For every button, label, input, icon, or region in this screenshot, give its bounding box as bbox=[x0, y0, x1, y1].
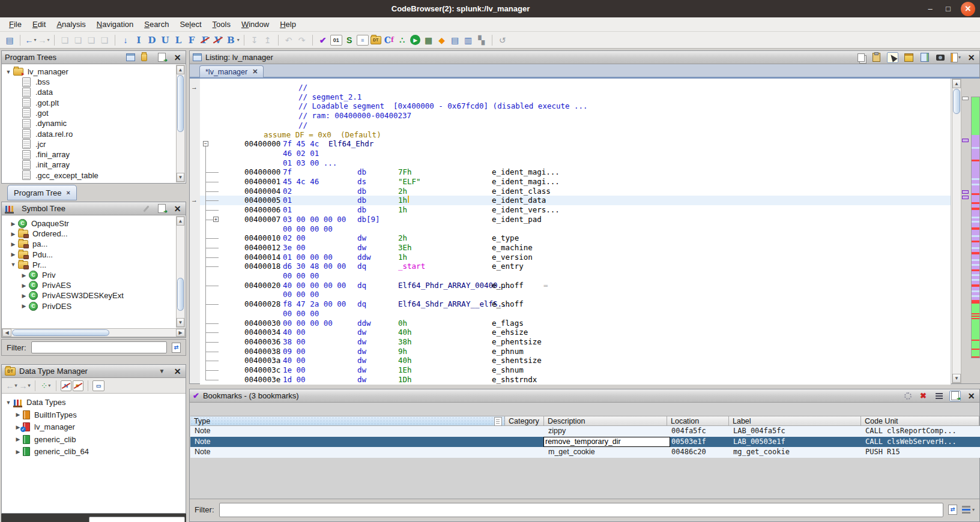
listing-line[interactable]: 00 00 00 bbox=[200, 271, 951, 281]
close-icon[interactable]: ✕ bbox=[172, 367, 183, 376]
listing-line[interactable]: 0040003a40 00dw40he_shentsize bbox=[200, 356, 951, 365]
dtm-collapse-all-icon[interactable]: ▭ bbox=[92, 380, 104, 391]
column-header-location[interactable]: Location bbox=[667, 416, 729, 426]
listing-titlebar[interactable]: Listing: lv_manager ▾✕ bbox=[190, 51, 979, 64]
symbol-item[interactable]: ▶CPrivDES bbox=[21, 301, 71, 311]
tree-item[interactable]: .data bbox=[22, 87, 53, 97]
tree-item[interactable]: .data.rel.ro bbox=[22, 129, 73, 139]
datatype-item[interactable]: ▼Data Types bbox=[5, 397, 66, 407]
close-icon[interactable]: ✕ bbox=[172, 204, 183, 214]
symbol-item[interactable]: ▶CPrivAESW3DESKeyExt bbox=[21, 290, 124, 301]
listing-line[interactable]: // bbox=[200, 121, 951, 130]
expand-icon[interactable]: ▶ bbox=[21, 303, 27, 309]
clear-variable-letter-icon[interactable]: V bbox=[212, 34, 224, 47]
undefine-letter-icon[interactable]: U bbox=[159, 34, 171, 47]
menu-analysis[interactable]: Analysis bbox=[51, 19, 91, 30]
tree-item[interactable]: .bss bbox=[22, 77, 50, 87]
tree-item-root[interactable]: ▼lv_manager bbox=[5, 67, 68, 77]
bytes-view-icon[interactable]: 01 bbox=[330, 35, 342, 46]
listing-line[interactable]: 0040000145 4c 46ds"ELF"e_ident_magi... bbox=[200, 177, 951, 187]
memory-map-icon[interactable]: ▦ bbox=[423, 34, 435, 47]
data-type-folder-icon[interactable]: DT bbox=[370, 34, 382, 47]
close-icon[interactable]: ✕ bbox=[172, 53, 183, 62]
paste-icon[interactable] bbox=[871, 53, 882, 62]
close-icon[interactable]: ✕ bbox=[961, 2, 975, 16]
dtm-forward-icon[interactable]: →▾ bbox=[19, 379, 31, 392]
expand-icon[interactable]: ▶ bbox=[10, 221, 16, 227]
program-tree-scrollbar[interactable]: ▲ ▼ bbox=[176, 65, 185, 182]
symbol-item[interactable]: ▶COpaqueStr bbox=[10, 218, 69, 229]
tree-item[interactable]: .dynamic bbox=[22, 118, 67, 128]
list-icon[interactable] bbox=[934, 391, 944, 401]
tree-item[interactable]: .got.plt bbox=[22, 98, 59, 108]
listing-line[interactable]: // segment_2.1 bbox=[200, 92, 951, 102]
listing-line[interactable]: // bbox=[200, 83, 951, 92]
listing-line[interactable]: assume DF = 0x0 (Default) bbox=[200, 130, 951, 140]
close-icon[interactable]: ✕ bbox=[966, 53, 976, 62]
description-edit-input[interactable] bbox=[543, 437, 670, 447]
expand-icon[interactable]: ▶ bbox=[10, 241, 16, 247]
listing-line[interactable]: 0040000601db1he_ident_vers... bbox=[200, 205, 951, 215]
call-tree-icon[interactable]: ∴ bbox=[396, 34, 408, 47]
symbol-item[interactable]: ▼Pr... bbox=[10, 260, 46, 270]
minimize-icon[interactable]: – bbox=[921, 0, 939, 17]
label-letter-icon[interactable]: L bbox=[172, 34, 184, 47]
save-icon[interactable]: ▤ bbox=[4, 34, 16, 47]
expand-icon[interactable]: ▶ bbox=[21, 283, 27, 289]
expand-icon[interactable]: ▼ bbox=[10, 262, 16, 268]
datatype-item[interactable]: ▶✓lv_manager bbox=[15, 422, 75, 432]
bookmark-row[interactable]: Notezippy004fa5fcLAB_004fa5fcCALL clsRep… bbox=[190, 426, 980, 437]
listing-vscrollbar[interactable]: ▲ ▼ bbox=[952, 79, 961, 383]
new-tree-icon[interactable] bbox=[126, 53, 136, 62]
bookmark-row[interactable]: Notem_get_cookie00486c20mg_get_cookiePUS… bbox=[190, 447, 980, 458]
refresh-icon[interactable]: ↺ bbox=[497, 34, 509, 47]
validate-icon[interactable]: ✔ bbox=[317, 34, 329, 47]
dtm-filter-arrays-icon[interactable]: N bbox=[61, 380, 71, 391]
store-memento-icon[interactable]: ↧ bbox=[249, 34, 261, 47]
bookmark-row[interactable]: Note00503e1fLAB_00503e1fCALL clsWebServe… bbox=[190, 437, 980, 448]
bookmark-marker[interactable] bbox=[962, 196, 969, 199]
expand-icon[interactable]: ▼ bbox=[5, 400, 11, 406]
column-header-category[interactable]: Category bbox=[505, 416, 544, 426]
view-marker[interactable] bbox=[962, 97, 969, 100]
filter-columns-icon[interactable]: ▾ bbox=[962, 507, 975, 512]
menu-help[interactable]: Help bbox=[274, 19, 301, 30]
maximize-icon[interactable]: □ bbox=[939, 0, 957, 17]
tree-item[interactable]: .init_array bbox=[22, 160, 70, 170]
checkpoint-icon[interactable]: ◆ bbox=[436, 34, 448, 47]
tree-item[interactable]: .gcc_except_table bbox=[22, 170, 98, 181]
listing-line[interactable]: // ram: 00400000-00400237 bbox=[200, 111, 951, 121]
column-header-type[interactable]: Type bbox=[190, 416, 505, 426]
copy-icon[interactable] bbox=[856, 53, 866, 62]
listing-line[interactable]: 004000007f 45 4cElf64_Ehdr bbox=[200, 139, 951, 149]
disassemble-icon[interactable]: ↓ bbox=[119, 34, 132, 47]
dtm-titlebar[interactable]: DT Data Type Manager ▼✕ bbox=[2, 365, 186, 378]
expand-icon[interactable]: ▼ bbox=[5, 69, 11, 75]
tab-lv-manager[interactable]: *lv_manager ✕ bbox=[199, 65, 264, 77]
listing-line[interactable]: 00 00 00 00 bbox=[200, 224, 951, 234]
column-header-description[interactable]: Description bbox=[544, 416, 667, 426]
tab-close-icon[interactable]: ✕ bbox=[252, 68, 258, 76]
menu-file[interactable]: File bbox=[4, 19, 27, 30]
filter-options-icon[interactable]: ⇄ bbox=[172, 343, 181, 353]
run-script-icon[interactable]: ▶ bbox=[410, 34, 422, 47]
symbol-item[interactable]: ▶Ordered... bbox=[10, 229, 68, 239]
expand-icon[interactable]: ▶ bbox=[10, 251, 16, 257]
menu-window[interactable]: Window bbox=[236, 19, 274, 30]
instruction-letter-icon[interactable]: I bbox=[133, 34, 145, 47]
listing-line[interactable]: // Loadable segment [0x400000 - 0x67fcd0… bbox=[200, 101, 951, 111]
tab-program-tree[interactable]: Program Tree × bbox=[7, 185, 77, 200]
listing-line[interactable]: 0040003e1d 00dw1Dhe_shstrndx bbox=[200, 375, 951, 385]
expand-icon[interactable]: ▶ bbox=[21, 293, 27, 299]
listing-line[interactable]: 0040003809 00dw9he_phnum bbox=[200, 347, 951, 356]
expand-icon[interactable]: ▶ bbox=[21, 272, 27, 278]
tree-item[interactable]: .fini_array bbox=[22, 149, 70, 160]
bookmarks-filter-input[interactable] bbox=[219, 503, 943, 517]
collapse-icon[interactable]: − bbox=[203, 141, 208, 146]
export-icon[interactable] bbox=[157, 53, 167, 62]
open-folder-icon[interactable] bbox=[141, 53, 151, 62]
settings-icon[interactable] bbox=[903, 391, 913, 401]
display-options-icon[interactable]: ▾ bbox=[951, 53, 961, 62]
symbol-tree-vscrollbar[interactable]: ▲ ▼ bbox=[176, 216, 185, 328]
listing-line[interactable]: 0040003440 00dw40he_ehsize bbox=[200, 328, 951, 337]
